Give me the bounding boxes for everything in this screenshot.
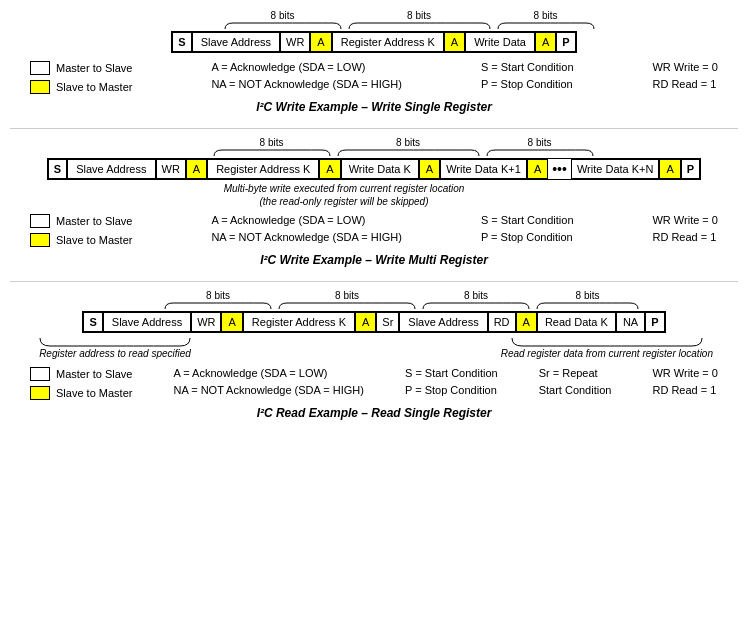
master-box1 <box>30 61 50 75</box>
ack-label2: A = Acknowledge (SDA = LOW) <box>211 214 402 226</box>
legend-master3: Master to Slave <box>30 367 132 381</box>
cell-a2-4: A <box>527 159 548 179</box>
section2: 8 bits 8 bits 8 bits S Slave Address WR … <box>10 137 738 267</box>
nack-label3: NA = NOT Acknowledge (SDA = HIGH) <box>173 384 364 396</box>
bits-label-1c: 8 bits <box>534 10 558 21</box>
cell-p1: P <box>556 32 575 52</box>
legend-slave2: Slave to Master <box>30 233 132 247</box>
bits-label-2b: 8 bits <box>396 137 420 148</box>
cell-a2-3: A <box>419 159 440 179</box>
master-label2: Master to Slave <box>56 215 132 227</box>
slave-box1 <box>30 80 50 94</box>
section1-title: I²C Write Example – Write Single Registe… <box>10 100 738 114</box>
wr-label2: WR Write = 0 <box>652 214 718 226</box>
cell-a3: A <box>535 32 556 52</box>
cell-a2-1: A <box>186 159 207 179</box>
legend-master2: Master to Slave <box>30 214 132 228</box>
cell-slave-addr3b: Slave Address <box>399 312 487 332</box>
section1: 8 bits 8 bits 8 bits S Slave Address WR … <box>10 10 738 114</box>
rd-label1: RD Read = 1 <box>652 78 718 90</box>
cell-a2-2: A <box>319 159 340 179</box>
bits-label-3b: 8 bits <box>335 290 359 301</box>
brace-svg-1b <box>347 21 492 31</box>
bits-label-2a: 8 bits <box>260 137 284 148</box>
master-label3: Master to Slave <box>56 368 132 380</box>
divider1 <box>10 128 738 129</box>
brace-svg-2a <box>212 148 332 158</box>
legend-master1: Master to Slave <box>30 61 132 75</box>
bits-label-1b: 8 bits <box>407 10 431 21</box>
slave-label2: Slave to Master <box>56 234 132 246</box>
brace-svg-2c <box>485 148 595 158</box>
cell-slave-addr1: Slave Address <box>192 32 280 52</box>
brace-svg-1c <box>496 21 596 31</box>
cell-read-data-k: Read Data K <box>537 312 616 332</box>
bits-label-3d: 8 bits <box>576 290 600 301</box>
s-label2: S = Start Condition <box>481 214 574 226</box>
s-label3: S = Start Condition <box>405 367 498 379</box>
ack-label1: A = Acknowledge (SDA = LOW) <box>211 61 402 73</box>
section3: 8 bits 8 bits 8 bits 8 bits S <box>10 290 738 420</box>
p-label1: P = Stop Condition <box>481 78 574 90</box>
cell-write-data1: Write Data <box>465 32 535 52</box>
master-box2 <box>30 214 50 228</box>
cell-slave-addr3: Slave Address <box>103 312 191 332</box>
slave-label3: Slave to Master <box>56 387 132 399</box>
section2-title: I²C Write Example – Write Multi Register <box>10 253 738 267</box>
cell-reg-addr1: Register Address K <box>332 32 444 52</box>
cell-reg-addr2: Register Address K <box>207 159 319 179</box>
brace-svg-2b <box>336 148 481 158</box>
cell-s1: S <box>172 32 191 52</box>
cell-write-data-k1: Write Data K+1 <box>440 159 527 179</box>
bits-label-3a: 8 bits <box>206 290 230 301</box>
master-box3 <box>30 367 50 381</box>
s-label1: S = Start Condition <box>481 61 574 73</box>
cell-a2-5: A <box>659 159 680 179</box>
p-label3: P = Stop Condition <box>405 384 498 396</box>
bits-label-3c: 8 bits <box>464 290 488 301</box>
slave-box2 <box>30 233 50 247</box>
slave-box3 <box>30 386 50 400</box>
cell-wr2: WR <box>156 159 186 179</box>
brace-svg-1a <box>223 21 343 31</box>
cell-a3-3: A <box>516 312 537 332</box>
dots-cell: ••• <box>548 159 571 179</box>
cell-reg-addr3: Register Address K <box>243 312 355 332</box>
sr-label3: Sr = Repeat <box>539 367 612 379</box>
divider2 <box>10 281 738 282</box>
cell-s2: S <box>48 159 67 179</box>
sr-label3b: Start Condition <box>539 384 612 396</box>
annotation2-line2: (the read-only register will be skipped) <box>10 196 678 207</box>
cell-a1: A <box>310 32 331 52</box>
section3-title: I²C Read Example – Read Single Register <box>10 406 738 420</box>
annotation2-line1: Multi-byte write executed from current r… <box>10 183 678 194</box>
cell-wr3: WR <box>191 312 221 332</box>
cell-s3: S <box>83 312 102 332</box>
legend-slave1: Slave to Master <box>30 80 132 94</box>
brace-svg-3a <box>163 301 273 311</box>
annot-brace-left <box>35 336 195 348</box>
p-label2: P = Stop Condition <box>481 231 574 243</box>
cell-slave-addr2: Slave Address <box>67 159 155 179</box>
legend-slave3: Slave to Master <box>30 386 132 400</box>
annotation3-left: Register address to read specified <box>39 348 191 359</box>
nack-label1: NA = NOT Acknowledge (SDA = HIGH) <box>211 78 402 90</box>
brace-svg-3b <box>277 301 417 311</box>
rd-label2: RD Read = 1 <box>652 231 718 243</box>
cell-write-data-k: Write Data K <box>341 159 419 179</box>
cell-na3: NA <box>616 312 645 332</box>
wr-label3: WR Write = 0 <box>652 367 718 379</box>
bits-label-2c: 8 bits <box>528 137 552 148</box>
wr-label1: WR Write = 0 <box>652 61 718 73</box>
brace-svg-3d <box>535 301 640 311</box>
cell-p2: P <box>681 159 700 179</box>
master-label1: Master to Slave <box>56 62 132 74</box>
cell-wr1: WR <box>280 32 310 52</box>
cell-p3: P <box>645 312 664 332</box>
bits-label-1a: 8 bits <box>271 10 295 21</box>
cell-a3-2: A <box>355 312 376 332</box>
annotation3-right: Read register data from current register… <box>501 348 713 359</box>
brace-svg-3c <box>421 301 531 311</box>
cell-rd3: RD <box>488 312 516 332</box>
cell-sr: Sr <box>376 312 399 332</box>
